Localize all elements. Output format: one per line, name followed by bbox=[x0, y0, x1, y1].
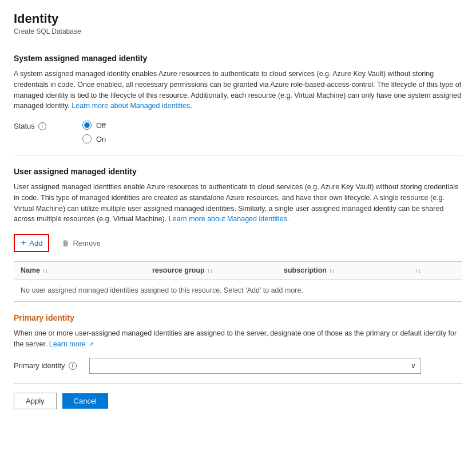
apply-button[interactable]: Apply bbox=[14, 393, 57, 409]
primary-identity-learn-more-link[interactable]: Learn more ↗ bbox=[49, 340, 94, 348]
sort-icon-rg: ↑↓ bbox=[207, 268, 213, 274]
user-assigned-title: User assigned managed identity bbox=[14, 167, 462, 176]
page-subtitle: Create SQL Database bbox=[14, 27, 462, 35]
primary-identity-section: Primary identity When one or more user-a… bbox=[14, 313, 462, 374]
footer-actions: Apply Cancel bbox=[14, 393, 462, 409]
system-assigned-learn-more-link[interactable]: Learn more about Managed identities bbox=[72, 102, 190, 110]
plus-icon: + bbox=[21, 238, 26, 248]
radio-off-input[interactable] bbox=[82, 121, 92, 130]
radio-on-label: On bbox=[96, 135, 106, 143]
radio-on-input[interactable] bbox=[82, 134, 92, 143]
table-header-resource-group[interactable]: resource group ↑↓ bbox=[152, 266, 284, 274]
user-assigned-section: User assigned managed identity User assi… bbox=[14, 167, 462, 302]
primary-identity-row: Primary identity i ∨ bbox=[14, 358, 462, 374]
external-link-icon: ↗ bbox=[89, 341, 94, 348]
table-header-extra: ↑↓ bbox=[415, 266, 450, 274]
cancel-button[interactable]: Cancel bbox=[62, 393, 108, 409]
status-label: Status i bbox=[14, 121, 60, 130]
radio-option-off[interactable]: Off bbox=[82, 121, 106, 130]
add-button[interactable]: + Add bbox=[14, 234, 49, 252]
action-bar: + Add 🗑 Remove bbox=[14, 234, 462, 252]
radio-off-label: Off bbox=[96, 121, 106, 130]
page-title: Identity bbox=[14, 11, 462, 26]
primary-identity-title: Primary identity bbox=[14, 313, 462, 322]
sort-icon-extra: ↑↓ bbox=[415, 268, 421, 274]
section-divider-1 bbox=[14, 155, 462, 155]
bottom-divider bbox=[14, 383, 462, 384]
remove-button[interactable]: 🗑 Remove bbox=[56, 236, 106, 250]
user-assigned-learn-more-link[interactable]: Learn more about Managed identities bbox=[169, 215, 287, 223]
primary-identity-description: When one or more user-assigned managed i… bbox=[14, 328, 462, 350]
user-assigned-table: Name ↑↓ resource group ↑↓ subscription ↑… bbox=[14, 261, 462, 302]
table-header: Name ↑↓ resource group ↑↓ subscription ↑… bbox=[14, 262, 462, 280]
primary-identity-dropdown[interactable]: ∨ bbox=[89, 358, 421, 374]
system-assigned-title: System assigned managed identity bbox=[14, 54, 462, 63]
radio-option-on[interactable]: On bbox=[82, 134, 106, 143]
sort-icon-sub: ↑↓ bbox=[329, 268, 335, 274]
sort-icon-name: ↑↓ bbox=[42, 268, 48, 274]
chevron-down-icon: ∨ bbox=[411, 362, 416, 370]
add-label: Add bbox=[29, 239, 42, 248]
primary-identity-info-icon[interactable]: i bbox=[69, 362, 77, 370]
user-assigned-description: User assigned managed identities enable … bbox=[14, 182, 462, 225]
status-row: Status i Off On bbox=[14, 121, 462, 143]
system-assigned-section: System assigned managed identity A syste… bbox=[14, 54, 462, 143]
status-info-icon[interactable]: i bbox=[38, 122, 46, 130]
radio-group-status: Off On bbox=[82, 121, 106, 143]
table-header-subscription[interactable]: subscription ↑↓ bbox=[284, 266, 415, 274]
system-assigned-description: A system assigned managed identity enabl… bbox=[14, 69, 462, 111]
table-header-name[interactable]: Name ↑↓ bbox=[21, 266, 152, 274]
primary-identity-label: Primary identity i bbox=[14, 361, 82, 370]
remove-label: Remove bbox=[73, 239, 100, 248]
trash-icon: 🗑 bbox=[62, 239, 69, 248]
table-empty-message: No user assigned managed identities assi… bbox=[14, 280, 462, 301]
